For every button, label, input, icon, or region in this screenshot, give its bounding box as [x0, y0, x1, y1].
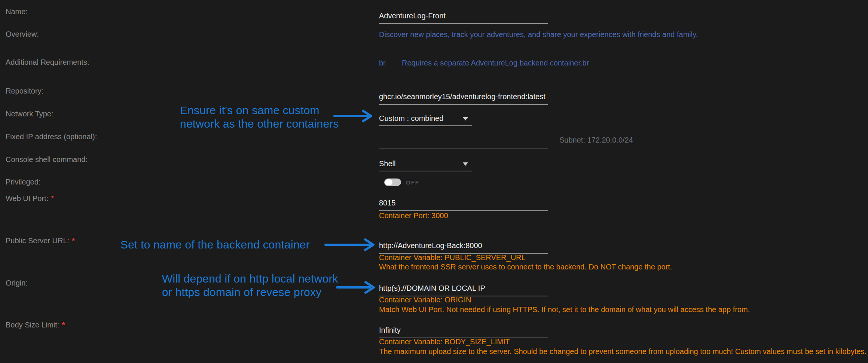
field-label-overview: Overview:	[6, 30, 39, 39]
field-label-fixed-ip: Fixed IP address (optional):	[6, 132, 97, 141]
network-type-arrow-icon	[332, 109, 376, 123]
body-size-limit-variable: Container Variable: BODY_SIZE_LIMIT	[379, 338, 510, 346]
public-server-url-arrow-icon	[323, 237, 378, 252]
field-label-public-server-url: Public Server URL:*	[6, 237, 75, 245]
annotation-public-server-url: Set to name of the backend container	[120, 238, 310, 251]
chevron-down-icon	[463, 162, 468, 166]
field-label-origin: Origin:	[6, 279, 28, 287]
toggle-knob-icon	[385, 179, 392, 185]
origin-input[interactable]	[379, 282, 548, 296]
annotation-origin: Will depend if on http local network or …	[162, 272, 338, 299]
body-size-limit-description: The maximum upload size to the server. S…	[379, 347, 867, 356]
origin-arrow-icon	[335, 280, 378, 295]
required-asterisk: *	[51, 194, 54, 202]
additional-requirements-prefix: br	[379, 59, 386, 67]
origin-variable: Container Variable: ORIGIN	[379, 296, 471, 304]
network-type-select[interactable]: Custom : combined	[379, 113, 472, 126]
annotation-network-type: Ensure it's on same custom network as th…	[180, 104, 339, 131]
web-ui-port-help: Container Port: 3000	[379, 211, 448, 220]
overview-text: Discover new places, track your adventur…	[379, 30, 698, 39]
container-settings-form: Name: Overview: Additional Requirements:…	[0, 0, 868, 363]
field-label-web-ui-port: Web UI Port:*	[6, 194, 54, 203]
required-asterisk: *	[72, 237, 75, 245]
privileged-toggle[interactable]	[384, 179, 401, 186]
public-server-url-description: What the frontend SSR server uses to con…	[379, 263, 672, 271]
field-label-network-type: Network Type:	[6, 110, 53, 118]
console-shell-select[interactable]: Shell	[379, 158, 472, 171]
field-label-console-shell: Console shell command:	[6, 155, 88, 164]
body-size-limit-input[interactable]	[379, 324, 548, 338]
public-server-url-variable: Container Variable: PUBLIC_SERVER_URL	[379, 253, 526, 262]
field-label-repository: Repository:	[6, 87, 43, 95]
public-server-url-input[interactable]	[379, 240, 548, 254]
web-ui-port-input[interactable]	[379, 197, 548, 211]
field-label-name: Name:	[6, 7, 28, 16]
field-label-additional-requirements: Additional Requirements:	[6, 58, 89, 67]
field-label-privileged: Privileged:	[6, 178, 40, 186]
additional-requirements-text: Requires a separate AdventureLog backend…	[402, 59, 589, 67]
fixed-ip-input[interactable]	[379, 135, 548, 149]
subnet-note: Subnet: 172.20.0.0/24	[559, 136, 633, 144]
field-label-body-size-limit: Body Size Limit:*	[6, 321, 65, 329]
privileged-toggle-state: OFF	[406, 179, 419, 186]
repository-input[interactable]	[379, 91, 548, 105]
name-input[interactable]	[379, 10, 548, 24]
chevron-down-icon	[463, 117, 468, 121]
origin-description: Match Web UI Port. Not needed if using H…	[379, 305, 750, 314]
required-asterisk: *	[62, 321, 65, 329]
